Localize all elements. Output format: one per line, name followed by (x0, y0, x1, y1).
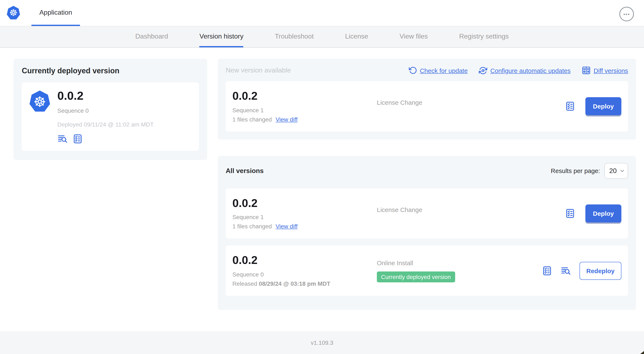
main-content: Currently deployed version ☸ 0.0.2 Seque… (0, 48, 644, 322)
footer: v1.109.3 (0, 331, 644, 354)
currently-deployed-badge: Currently deployed version (377, 271, 455, 282)
version-sequence: Sequence 1 (232, 107, 377, 113)
versions-column: New version available Check for update (218, 59, 636, 310)
version-row-sequence-0: 0.0.2 Sequence 0 Released 08/29/24 @ 03:… (226, 246, 628, 296)
new-version-title: New version available (226, 67, 291, 74)
diff-columns-icon (582, 66, 590, 75)
diff-versions-link[interactable]: Diff versions (582, 66, 628, 75)
logs-magnifier-icon[interactable] (57, 134, 68, 144)
all-versions-title: All versions (226, 167, 264, 174)
tab-license[interactable]: License (345, 26, 368, 47)
version-source: License Change (377, 99, 565, 106)
redeploy-button[interactable]: Redeploy (580, 262, 622, 280)
currently-deployed-panel: Currently deployed version ☸ 0.0.2 Seque… (14, 59, 207, 160)
configure-automatic-updates-link[interactable]: Configure automatic updates (478, 66, 571, 75)
top-header: ☸ Application ••• (0, 0, 644, 26)
version-row-sequence-1: 0.0.2 Sequence 1 1 files changed View di… (226, 188, 628, 238)
auto-update-clock-icon (478, 66, 488, 75)
all-versions-section: All versions Results per page: 20 (218, 156, 636, 310)
tab-dashboard[interactable]: Dashboard (135, 26, 168, 47)
version-source: Online Install (377, 259, 542, 266)
files-changed: 1 files changed (232, 223, 272, 230)
check-for-update-link[interactable]: Check for update (408, 66, 468, 75)
tab-troubleshoot[interactable]: Troubleshoot (275, 26, 314, 47)
app-tab-application[interactable]: Application (32, 0, 80, 26)
kots-admin-console: ☸ Application ••• Dashboard Version hist… (0, 0, 644, 354)
version-number: 0.0.2 (232, 90, 377, 102)
new-version-section: New version available Check for update (218, 59, 636, 139)
results-per-page-select[interactable]: 20 (604, 163, 628, 179)
tab-registry-settings[interactable]: Registry settings (459, 26, 509, 47)
version-sequence: Sequence 1 (232, 214, 377, 221)
view-diff-link[interactable]: View diff (276, 223, 298, 230)
app-logo: ☸ (7, 6, 20, 20)
version-number: 0.0.2 (232, 254, 377, 267)
released-timestamp: Released 08/29/24 @ 03:18 pm MDT (232, 280, 377, 287)
deployed-version-card: ☸ 0.0.2 Sequence 0 Deployed 09/11/24 @ 1… (22, 83, 199, 151)
deployed-version-number: 0.0.2 (57, 90, 154, 103)
overflow-menu-button[interactable]: ••• (619, 7, 634, 21)
version-number: 0.0.2 (232, 197, 377, 209)
tab-version-history[interactable]: Version history (200, 26, 244, 47)
files-changed: 1 files changed (232, 116, 272, 123)
checklist-icon[interactable] (72, 134, 83, 144)
tab-view-files[interactable]: View files (400, 26, 428, 47)
results-per-page-label: Results per page: (551, 167, 600, 174)
page-nav: Dashboard Version history Troubleshoot L… (0, 26, 644, 48)
view-diff-link[interactable]: View diff (276, 116, 298, 123)
console-version: v1.109.3 (311, 339, 333, 346)
checklist-icon[interactable] (565, 208, 575, 219)
deployed-panel-title: Currently deployed version (22, 67, 199, 75)
kubernetes-logo-icon: ☸ (29, 91, 50, 113)
deployed-timestamp: Deployed 09/11/24 @ 11:02 am MDT (57, 121, 154, 128)
kubernetes-logo-icon: ☸ (7, 6, 20, 20)
rotate-ccw-icon (408, 66, 417, 75)
deploy-button[interactable]: Deploy (586, 204, 622, 222)
checklist-icon[interactable] (542, 265, 552, 276)
deployed-sequence: Sequence 0 (57, 107, 154, 114)
version-sequence: Sequence 0 (232, 271, 377, 278)
deployed-version-info: 0.0.2 Sequence 0 Deployed 09/11/24 @ 11:… (57, 90, 154, 144)
new-version-card: 0.0.2 Sequence 1 1 files changed View di… (226, 81, 628, 131)
logs-magnifier-icon[interactable] (561, 265, 571, 276)
version-source: License Change (377, 206, 565, 213)
deploy-button[interactable]: Deploy (586, 97, 622, 115)
checklist-icon[interactable] (565, 101, 575, 112)
